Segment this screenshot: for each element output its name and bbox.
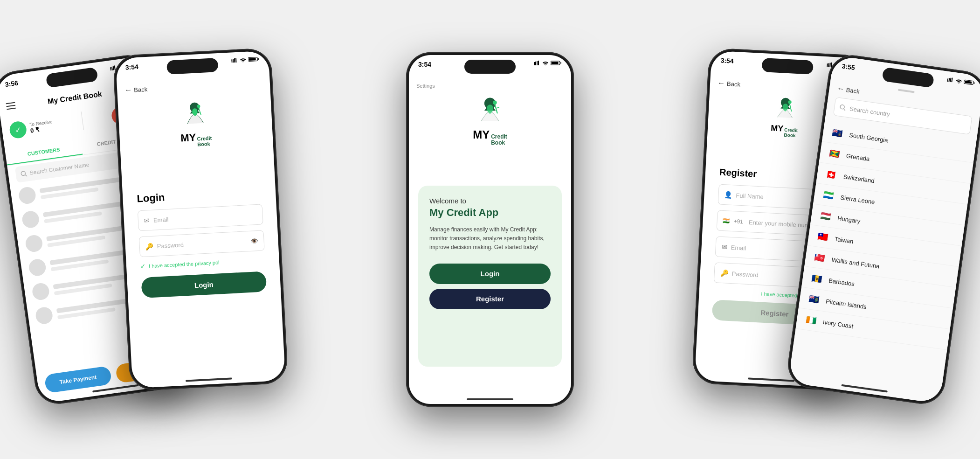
svg-point-44 xyxy=(958,83,959,84)
svg-rect-20 xyxy=(534,62,535,65)
logo-text-3: MY Credit Book xyxy=(473,128,507,146)
svg-rect-16 xyxy=(249,58,256,61)
phone-code: +91 xyxy=(733,218,743,225)
receive-info: To Receive 0 ₹ xyxy=(29,119,54,134)
phone-2: 3:54 ← Back xyxy=(112,48,288,391)
register-button-3[interactable]: Register xyxy=(429,289,551,309)
svg-rect-47 xyxy=(973,82,974,83)
avatar xyxy=(35,306,54,325)
logo-2: MY Credit Book xyxy=(118,95,273,151)
eye-icon[interactable]: 👁️ xyxy=(250,237,258,245)
status-icons-2 xyxy=(231,56,259,63)
avatar xyxy=(25,234,44,253)
time-3: 3:54 xyxy=(418,61,431,68)
welcome-card: Welcome to My Credit App Manage finances… xyxy=(418,186,562,367)
back-button-4[interactable]: ← Back xyxy=(718,79,741,89)
privacy-row: ✓ I have accepted the privacy pol xyxy=(140,256,265,270)
svg-rect-32 xyxy=(829,63,830,67)
home-indicator-3 xyxy=(467,398,513,400)
person-icon: 👤 xyxy=(724,191,732,199)
back-label-2: Back xyxy=(134,85,148,93)
svg-line-9 xyxy=(25,174,27,176)
avatar xyxy=(28,258,47,277)
back-label-4: Back xyxy=(727,80,741,88)
email-field[interactable]: ✉ Email xyxy=(138,204,263,231)
svg-point-24 xyxy=(545,65,546,66)
avatar xyxy=(18,186,37,205)
svg-rect-21 xyxy=(535,62,536,65)
login-button-3[interactable]: Login xyxy=(429,264,551,284)
avatar xyxy=(31,282,50,301)
country-name: Pitcairn Islands xyxy=(825,298,867,310)
svg-rect-43 xyxy=(951,77,952,82)
country-name: Sierra Leone xyxy=(840,194,876,205)
country-flag: 🇵🇳 xyxy=(807,294,821,305)
password-placeholder: Password xyxy=(157,241,184,250)
check-icon: ✓ xyxy=(140,263,146,271)
search-placeholder-5: Search country xyxy=(849,105,890,118)
svg-rect-17 xyxy=(258,58,259,60)
password-field[interactable]: 🔑 Password 👁️ xyxy=(139,230,265,257)
key-icon: 🔑 xyxy=(145,243,153,250)
email-placeholder-4: Email xyxy=(731,244,746,252)
welcome-desc: Manage finances easily with My Credit Ap… xyxy=(429,225,551,252)
svg-rect-11 xyxy=(233,59,234,63)
svg-rect-2 xyxy=(113,66,114,70)
register-title: Register xyxy=(719,167,757,180)
login-form: ✉ Email 🔑 Password 👁️ ✓ I have accepted … xyxy=(138,204,267,298)
country-list: 🇬🇸 South Georgia 🇬🇩 Grenada 🇨🇭 Switzerla… xyxy=(788,121,976,403)
svg-rect-0 xyxy=(110,67,111,70)
time-5: 3:55 xyxy=(842,62,856,71)
svg-rect-13 xyxy=(235,58,237,63)
country-name: Barbados xyxy=(828,277,855,287)
svg-rect-42 xyxy=(950,78,951,82)
country-name: South Georgia xyxy=(849,131,888,144)
logo-text-4: MY Credit Book xyxy=(770,123,798,138)
svg-rect-40 xyxy=(947,78,948,82)
svg-rect-26 xyxy=(552,62,559,64)
country-name: Wallis and Futuna xyxy=(831,256,880,270)
country-flag: 🇬🇩 xyxy=(827,148,842,160)
search-placeholder: Search Customer Name xyxy=(29,161,90,176)
svg-rect-10 xyxy=(231,59,232,63)
svg-rect-46 xyxy=(965,81,972,84)
svg-point-14 xyxy=(242,62,244,63)
phones-container: 3:56 My Credit Book xyxy=(0,0,980,459)
email-icon: ✉ xyxy=(144,216,150,224)
logo-3: MY Credit Book xyxy=(409,96,571,146)
settings-bar-3[interactable]: Settings xyxy=(416,83,435,89)
svg-rect-1 xyxy=(111,67,113,70)
flag-icon: 🇮🇳 xyxy=(723,217,730,224)
back-label-5: Back xyxy=(846,86,860,95)
country-name: Hungary xyxy=(837,215,861,225)
status-icons-5 xyxy=(947,77,975,85)
login-title: Login xyxy=(137,191,165,205)
country-name: Switzerland xyxy=(843,173,875,184)
svg-rect-23 xyxy=(538,61,539,65)
stats-divider xyxy=(81,111,84,130)
svg-point-29 xyxy=(493,101,497,105)
svg-rect-12 xyxy=(234,58,235,63)
login-button-2[interactable]: Login xyxy=(141,271,267,298)
settings-label-3: Settings xyxy=(416,83,435,89)
time-4: 3:54 xyxy=(720,56,734,64)
svg-line-49 xyxy=(843,109,845,111)
country-name: Ivory Coast xyxy=(822,318,854,329)
dynamic-island-3 xyxy=(464,60,516,74)
privacy-text[interactable]: I have accepted the privacy pol xyxy=(149,259,220,269)
dynamic-island-4 xyxy=(762,58,814,75)
svg-rect-41 xyxy=(948,78,950,82)
svg-rect-30 xyxy=(827,63,828,67)
back-button-5[interactable]: ← Back xyxy=(836,84,860,96)
country-flag: 🇧🇧 xyxy=(810,273,824,284)
country-flag: 🇭🇺 xyxy=(818,211,833,222)
welcome-label: Welcome to xyxy=(429,197,551,205)
back-button-2[interactable]: ← Back xyxy=(124,85,148,95)
country-flag: 🇬🇸 xyxy=(830,127,844,139)
key-icon-4: 🔑 xyxy=(720,269,728,277)
avatar xyxy=(21,210,40,229)
time-2: 3:54 xyxy=(125,63,138,71)
country-flag: 🇸🇱 xyxy=(821,190,836,201)
email-icon-4: ✉ xyxy=(721,243,727,251)
password-placeholder-4: Password xyxy=(732,270,759,278)
